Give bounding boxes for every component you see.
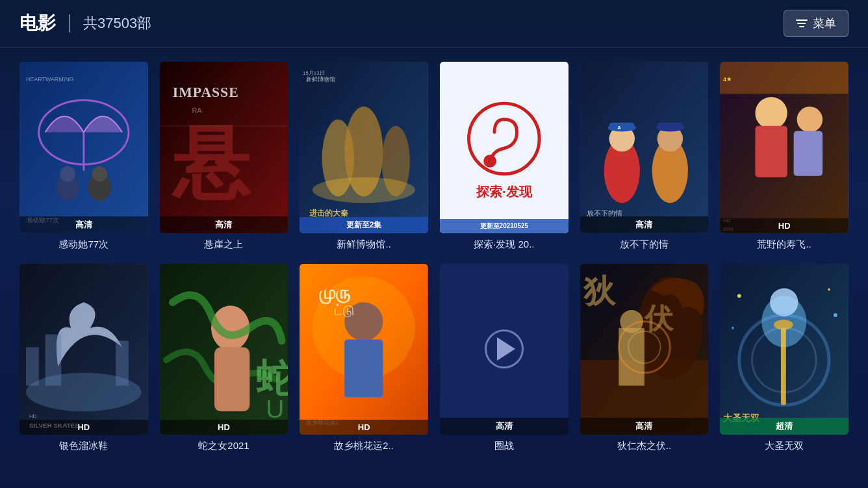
svg-rect-31 bbox=[609, 123, 634, 131]
movie-poster: A 放不下的情 高清 bbox=[580, 62, 709, 233]
svg-rect-41 bbox=[756, 126, 787, 177]
play-icon bbox=[485, 329, 524, 368]
svg-rect-14 bbox=[160, 62, 288, 233]
movie-badge: HD bbox=[160, 420, 288, 435]
svg-text:HEARTWARMING: HEARTWARMING bbox=[26, 76, 74, 83]
svg-text:探索·发现: 探索·发现 bbox=[476, 185, 532, 199]
movie-item[interactable]: A 放不下的情 高清 放不下的情 bbox=[580, 62, 709, 251]
svg-text:4★: 4★ bbox=[723, 76, 732, 83]
movie-title: 探索·发现 20.. bbox=[440, 238, 568, 251]
movie-title: 荒野的寿飞.. bbox=[720, 238, 849, 251]
svg-point-4 bbox=[60, 166, 75, 182]
movie-grid: 感动她77次 HEARTWARMING 高清 感动她77次 IMPASSE RA bbox=[0, 47, 868, 459]
movie-item[interactable]: 新鲜博物馆 进击的大秦 15月13日 更新至2集 新鲜博物馆.. bbox=[300, 62, 428, 251]
svg-rect-51 bbox=[116, 340, 129, 385]
movie-title: 狄仁杰之伏.. bbox=[580, 440, 709, 452]
movie-title: 悬崖之上 bbox=[160, 238, 288, 251]
movie-item[interactable]: 高清 圈战 bbox=[440, 264, 568, 453]
svg-rect-27 bbox=[580, 62, 708, 233]
menu-button[interactable]: 菜单 bbox=[784, 10, 849, 37]
movie-badge: 高清 bbox=[580, 418, 709, 435]
movie-item[interactable]: 狄 伏 高清 狄仁杰之伏.. bbox=[580, 264, 709, 453]
header: 电影 共37503部 菜单 bbox=[0, 0, 868, 47]
play-triangle bbox=[497, 337, 515, 361]
svg-point-84 bbox=[828, 288, 830, 290]
movie-poster: SILVER SKATES HD HD bbox=[19, 264, 148, 435]
movie-poster: 探索·发现 更新至20210525 bbox=[440, 62, 568, 233]
svg-point-86 bbox=[732, 326, 734, 329]
movie-poster: 4★ HD 2019 HD bbox=[720, 62, 849, 233]
svg-rect-42 bbox=[794, 131, 823, 176]
movie-title: 感动她77次 bbox=[19, 238, 148, 251]
movie-item[interactable]: 探索·发现 更新至20210525 探索·发现 20.. bbox=[440, 62, 568, 251]
svg-rect-49 bbox=[26, 347, 39, 385]
movie-item[interactable]: முரு ட்டு 故乡桃花运2 HD 故乡桃花运2.. bbox=[300, 264, 428, 453]
movie-item[interactable]: 蛇 U HD 蛇之女2021 bbox=[160, 264, 288, 453]
movie-item[interactable]: 感动她77次 HEARTWARMING 高清 感动她77次 bbox=[19, 62, 148, 251]
svg-rect-43 bbox=[720, 62, 848, 94]
movie-title: 新鲜博物馆.. bbox=[300, 238, 428, 251]
svg-point-39 bbox=[756, 97, 787, 129]
movie-poster: 感动她77次 HEARTWARMING 高清 bbox=[19, 62, 148, 233]
svg-text:新鲜博物馆: 新鲜博物馆 bbox=[306, 76, 335, 83]
movie-badge: HD bbox=[300, 420, 428, 435]
svg-point-83 bbox=[737, 294, 741, 298]
svg-text:狄: 狄 bbox=[583, 273, 617, 309]
movie-item[interactable]: 4★ HD 2019 HD 荒野的寿飞.. bbox=[720, 62, 849, 251]
svg-rect-50 bbox=[45, 334, 62, 385]
page-title: 电影 bbox=[19, 11, 56, 36]
movie-badge: HD bbox=[19, 420, 148, 435]
movie-poster: 狄 伏 高清 bbox=[580, 264, 709, 435]
movie-poster: முரு ட்டு 故乡桃花运2 HD bbox=[300, 264, 428, 435]
movie-poster: 新鲜博物馆 进击的大秦 15月13日 更新至2集 bbox=[300, 62, 428, 233]
movie-badge: 高清 bbox=[19, 216, 148, 233]
movie-item[interactable]: 大圣无双 超清 大圣无双 bbox=[720, 264, 849, 453]
filter-icon bbox=[796, 19, 808, 28]
movie-title: 放不下的情 bbox=[580, 238, 709, 251]
movie-poster: IMPASSE RA 悬 高清 bbox=[160, 62, 288, 233]
svg-point-20 bbox=[313, 177, 415, 203]
svg-text:U: U bbox=[266, 394, 285, 422]
svg-point-25 bbox=[483, 155, 496, 168]
svg-rect-78 bbox=[781, 327, 786, 404]
movie-badge: 更新至20210525 bbox=[440, 219, 568, 233]
svg-rect-56 bbox=[214, 347, 249, 411]
movie-title: 圈战 bbox=[440, 440, 568, 452]
movie-title: 银色溜冰鞋 bbox=[19, 440, 148, 452]
movie-poster: 高清 bbox=[440, 264, 568, 435]
movie-title: 故乡桃花运2.. bbox=[300, 440, 428, 452]
svg-text:HD: HD bbox=[29, 413, 37, 418]
svg-point-85 bbox=[834, 313, 837, 317]
menu-label: 菜单 bbox=[813, 16, 836, 31]
movie-badge: 高清 bbox=[580, 216, 709, 233]
movie-count: 共37503部 bbox=[83, 14, 151, 33]
svg-point-77 bbox=[770, 288, 798, 316]
movie-badge: HD bbox=[720, 218, 849, 233]
svg-rect-62 bbox=[345, 339, 383, 397]
svg-text:ட்டு: ட்டு bbox=[335, 302, 355, 318]
svg-point-40 bbox=[797, 107, 823, 132]
movie-title: 大圣无双 bbox=[720, 440, 849, 452]
svg-text:A: A bbox=[617, 125, 621, 131]
movie-badge: 更新至2集 bbox=[300, 217, 428, 233]
movie-item[interactable]: IMPASSE RA 悬 高清 悬崖之上 bbox=[160, 62, 288, 251]
svg-text:伏: 伏 bbox=[643, 302, 674, 333]
svg-rect-36 bbox=[657, 123, 682, 131]
movie-item[interactable]: SILVER SKATES HD HD 银色溜冰鞋 bbox=[19, 264, 148, 453]
movie-badge: 超清 bbox=[720, 418, 849, 435]
movie-poster: 蛇 U HD bbox=[160, 264, 288, 435]
svg-text:15月13日: 15月13日 bbox=[303, 70, 325, 76]
movie-badge: 高清 bbox=[440, 418, 568, 435]
svg-point-6 bbox=[92, 166, 108, 182]
movie-badge: 高清 bbox=[160, 216, 288, 233]
header-divider bbox=[69, 14, 70, 32]
movie-poster: 大圣无双 超清 bbox=[720, 264, 849, 435]
movie-title: 蛇之女2021 bbox=[160, 440, 288, 452]
